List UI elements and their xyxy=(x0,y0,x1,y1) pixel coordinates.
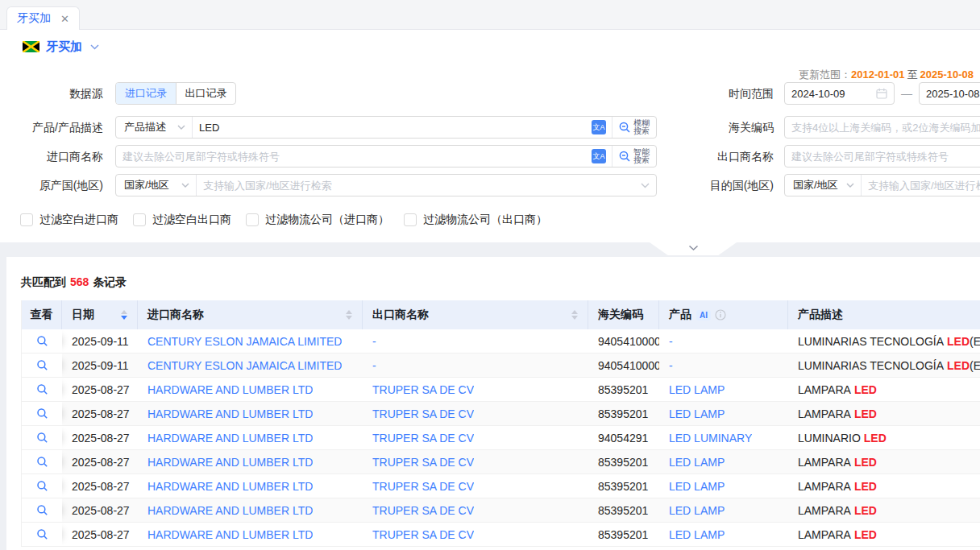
radio-import-records[interactable]: 进口记录 xyxy=(116,83,176,104)
sort-importer[interactable] xyxy=(346,310,352,320)
translate-icon[interactable]: 文A xyxy=(592,120,606,134)
importer-link[interactable]: HARDWARE AND LUMBER LTD xyxy=(147,407,313,420)
sort-exporter[interactable] xyxy=(571,310,578,320)
importer-link[interactable]: HARDWARE AND LUMBER LTD xyxy=(147,504,313,517)
destination-country-label: 目的国(地区) xyxy=(667,174,774,196)
sort-date[interactable] xyxy=(121,310,127,320)
data-source-radio-group: 进口记录 出口记录 xyxy=(115,82,236,105)
importer-link[interactable]: HARDWARE AND LUMBER LTD xyxy=(147,480,313,493)
calendar-icon[interactable] xyxy=(876,88,887,99)
cell-date: 2025-09-11 xyxy=(62,329,138,353)
exporter-link[interactable]: TRUPER SA DE CV xyxy=(372,407,474,420)
view-record-button[interactable] xyxy=(36,456,48,468)
time-range-label: 时间范围 xyxy=(667,82,774,105)
view-record-button[interactable] xyxy=(36,480,48,492)
checkbox-filter-blank-exporter[interactable]: 过滤空白出口商 xyxy=(133,213,231,227)
view-record-button[interactable] xyxy=(36,407,48,420)
importer-link[interactable]: HARDWARE AND LUMBER LTD xyxy=(147,383,313,396)
table-body: 2025-09-11 CENTURY ESLON JAMAICA LIMITED… xyxy=(22,329,980,547)
header-importer[interactable]: 进口商名称 xyxy=(138,300,363,329)
close-icon[interactable]: ✕ xyxy=(60,14,69,24)
view-record-button[interactable] xyxy=(36,383,48,395)
view-record-button[interactable] xyxy=(36,335,48,347)
checkbox-icon[interactable] xyxy=(246,213,259,226)
header-exporter[interactable]: 出口商名称 xyxy=(363,300,588,329)
record-count: 568 xyxy=(70,275,89,288)
product-link[interactable]: LED LAMP xyxy=(669,407,725,420)
translate-icon[interactable]: 文A xyxy=(592,149,606,163)
checkbox-icon[interactable] xyxy=(133,213,146,226)
fuzzy-search-button[interactable]: 模糊搜索 xyxy=(618,119,650,135)
importer-link[interactable]: CENTURY ESLON JAMAICA LIMITED xyxy=(147,335,342,348)
chevron-down-icon[interactable] xyxy=(641,183,650,188)
exporter-link[interactable]: - xyxy=(372,335,376,348)
origin-country-input[interactable] xyxy=(197,175,634,196)
importer-link[interactable]: HARDWARE AND LUMBER LTD xyxy=(147,432,313,445)
view-record-button[interactable] xyxy=(36,504,48,516)
importer-link[interactable]: HARDWARE AND LUMBER LTD xyxy=(147,456,313,469)
product-link[interactable]: - xyxy=(669,359,673,372)
table-row: 2025-08-27 HARDWARE AND LUMBER LTD TRUPE… xyxy=(22,402,980,426)
header-date[interactable]: 日期 xyxy=(62,300,138,329)
product-link[interactable]: LED LAMP xyxy=(669,383,725,396)
destination-type-select[interactable]: 国家/地区 xyxy=(785,175,862,196)
exporter-link[interactable]: TRUPER SA DE CV xyxy=(372,432,474,445)
product-link[interactable]: LED LAMP xyxy=(669,528,725,541)
tab-jamaica[interactable]: 牙买加 ✕ xyxy=(6,6,80,30)
radio-export-records[interactable]: 出口记录 xyxy=(176,83,235,104)
collapse-panel-button[interactable] xyxy=(650,242,737,255)
exporter-link[interactable]: - xyxy=(372,359,376,372)
hs-code-label: 海关编码 xyxy=(667,116,774,139)
view-record-button[interactable] xyxy=(36,528,48,540)
update-range-to: 至 xyxy=(907,68,918,81)
view-record-button[interactable] xyxy=(36,432,48,444)
exporter-link[interactable]: TRUPER SA DE CV xyxy=(372,528,474,541)
cell-product-desc: LAMPARALED xyxy=(788,498,980,522)
view-record-button[interactable] xyxy=(36,359,48,371)
product-link[interactable]: LED LAMP xyxy=(669,456,725,469)
table-row: 2025-08-27 HARDWARE AND LUMBER LTD TRUPE… xyxy=(22,378,980,402)
importer-input[interactable] xyxy=(116,146,585,167)
hs-code-input[interactable] xyxy=(785,117,980,138)
date-end-input[interactable] xyxy=(920,83,980,104)
records-table: 查看 日期 进口商名称 出口商名称 海关编码 产品 AI 产品描述 xyxy=(21,300,980,547)
exporter-link[interactable]: TRUPER SA DE CV xyxy=(372,480,474,493)
checkbox-icon[interactable] xyxy=(20,213,33,226)
cell-hs-code: 85395201 xyxy=(588,498,659,522)
product-link[interactable]: LED LAMP xyxy=(669,480,725,493)
product-link[interactable]: LED LAMP xyxy=(669,504,725,517)
cell-date: 2025-08-27 xyxy=(62,523,138,546)
date-start-input[interactable] xyxy=(785,83,876,104)
header-product-desc: 产品描述 xyxy=(788,300,980,329)
checkbox-icon[interactable] xyxy=(404,213,417,226)
product-input[interactable] xyxy=(193,117,585,138)
country-name[interactable]: 牙买加 xyxy=(46,39,82,55)
checkbox-filter-logistics-exporter[interactable]: 过滤物流公司（出口商） xyxy=(404,213,547,227)
results-summary: 共匹配到568条记录 xyxy=(6,257,980,300)
product-link[interactable]: - xyxy=(669,335,673,348)
search-icon xyxy=(36,335,48,347)
exporter-link[interactable]: TRUPER SA DE CV xyxy=(372,383,474,396)
importer-link[interactable]: CENTURY ESLON JAMAICA LIMITED xyxy=(147,359,342,372)
chevron-down-icon[interactable] xyxy=(90,44,99,50)
destination-country-input[interactable] xyxy=(862,175,980,196)
product-type-select[interactable]: 产品描述 xyxy=(116,117,193,138)
date-start-field xyxy=(784,82,895,105)
date-end-field xyxy=(919,82,980,105)
exporter-link[interactable]: TRUPER SA DE CV xyxy=(372,504,474,517)
info-icon[interactable] xyxy=(715,309,726,320)
origin-type-select[interactable]: 国家/地区 xyxy=(116,175,197,196)
exporter-link[interactable]: TRUPER SA DE CV xyxy=(372,456,474,469)
product-link[interactable]: LED LUMINARY xyxy=(669,432,752,445)
checkbox-filter-blank-importer[interactable]: 过滤空白进口商 xyxy=(20,213,118,227)
search-icon xyxy=(36,407,48,420)
country-header: 牙买加 xyxy=(0,30,980,64)
data-source-label: 数据源 xyxy=(0,82,103,105)
table-row: 2025-08-27 HARDWARE AND LUMBER LTD TRUPE… xyxy=(22,426,980,450)
checkbox-filter-logistics-importer[interactable]: 过滤物流公司（进口商） xyxy=(246,213,389,227)
cell-date: 2025-08-27 xyxy=(62,378,138,401)
importer-link[interactable]: HARDWARE AND LUMBER LTD xyxy=(147,528,313,541)
smart-search-button[interactable]: 智能搜索 xyxy=(618,148,650,164)
exporter-input[interactable] xyxy=(785,146,980,167)
hs-code-field xyxy=(784,116,980,139)
